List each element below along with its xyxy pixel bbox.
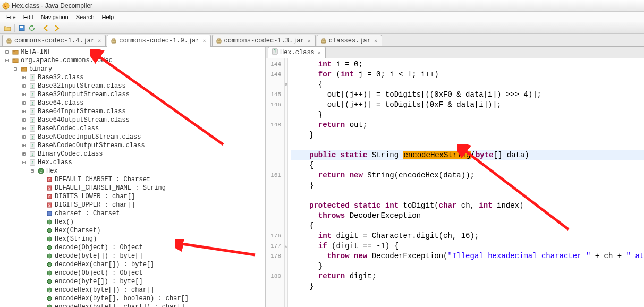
close-icon[interactable]: ✕ <box>317 49 322 56</box>
code-line[interactable]: { <box>291 160 644 170</box>
close-icon[interactable]: ✕ <box>373 38 378 44</box>
code-line[interactable]: } <box>291 261 644 271</box>
fold-marker[interactable] <box>285 150 287 160</box>
fold-marker[interactable] <box>285 261 287 271</box>
code-line[interactable]: } <box>291 282 644 292</box>
code-line[interactable] <box>291 140 644 150</box>
reload-icon[interactable] <box>28 24 36 32</box>
tree-twistie-icon[interactable]: ⊞ <box>21 125 27 132</box>
code-content[interactable]: int i = 0; for (int j = 0; i < l; i++) {… <box>288 58 644 307</box>
tree-item-digits-lower-char-[interactable]: SDIGITS_LOWER : char[] <box>2 192 265 201</box>
tree-item-hex-[interactable]: Hex() <box>2 218 265 226</box>
tree-item-encode-byte-byte-[interactable]: encode(byte[]) : byte[] <box>2 277 265 286</box>
tree-item-binary[interactable]: ⊟binary <box>2 65 265 73</box>
code-line[interactable]: return new String(encodeHex(data)); <box>291 170 644 181</box>
tab-classes-jar[interactable]: classes.jar✕ <box>317 35 382 46</box>
code-line[interactable]: return digit; <box>291 271 644 282</box>
close-icon[interactable]: ✕ <box>97 38 102 44</box>
tree-twistie-icon[interactable]: ⊞ <box>21 151 27 157</box>
tree-item-base32inputstream-class[interactable]: ⊞JBase32InputStream.class <box>2 82 265 90</box>
tree-item-decodehex-char-byte-[interactable]: sdecodeHex(char[]) : byte[] <box>2 260 265 269</box>
package-explorer[interactable]: ⊟META-INF⊟org.apache.commons.codec⊟binar… <box>0 47 266 307</box>
menu-help[interactable]: Help <box>99 13 117 21</box>
inner-tab-hex[interactable]: J Hex.class ✕ <box>268 47 326 58</box>
tree-item-encode-object-object[interactable]: encode(Object) : Object <box>2 269 265 277</box>
fold-marker[interactable]: ⊖ <box>285 80 287 90</box>
tree-item-basencodecinputstream-class[interactable]: ⊞JBaseNCodecInputStream.class <box>2 133 265 141</box>
tree-item-digits-upper-char-[interactable]: SDIGITS_UPPER : char[] <box>2 201 265 209</box>
code-line[interactable]: out[(j++)] = toDigits[(0xF & data[i])]; <box>291 100 644 110</box>
fold-marker[interactable] <box>285 110 287 120</box>
fold-marker[interactable] <box>285 201 287 211</box>
tree-item-decode-object-object[interactable]: decode(Object) : Object <box>2 243 265 252</box>
fold-marker[interactable] <box>285 140 287 150</box>
code-line[interactable]: if (digit == -1) { <box>291 241 644 251</box>
code-editor[interactable]: 144144145146148161176177178180 ⊖⊖ int i … <box>266 58 644 307</box>
code-line[interactable]: { <box>291 80 644 90</box>
code-line[interactable]: } <box>291 110 644 120</box>
tree-item-base32outputstream-class[interactable]: ⊞JBase32OutputStream.class <box>2 90 265 99</box>
code-line[interactable]: } <box>291 181 644 191</box>
menu-search[interactable]: Search <box>73 13 98 21</box>
tree-item-base32-class[interactable]: ⊞JBase32.class <box>2 73 265 82</box>
tree-twistie-icon[interactable]: ⊞ <box>21 142 27 149</box>
tree-item-base64inputstream-class[interactable]: ⊞JBase64InputStream.class <box>2 107 265 116</box>
code-line[interactable]: throws DecoderException <box>291 211 644 221</box>
tree-item-encodehex-byte-char-char-[interactable]: sencodeHex(byte[], char[]) : char[] <box>2 303 265 307</box>
code-line[interactable]: int digit = Character.digit(ch, 16); <box>291 231 644 241</box>
tree-twistie-icon[interactable]: ⊟ <box>4 57 10 64</box>
code-line[interactable]: return out; <box>291 120 644 130</box>
fold-marker[interactable] <box>285 59 287 70</box>
fold-marker[interactable] <box>285 211 287 221</box>
fold-marker[interactable] <box>285 251 287 261</box>
tree-item-hex-string-[interactable]: Hex(String) <box>2 235 265 243</box>
tree-item-basencodecoutputstream-class[interactable]: ⊞JBaseNCodecOutputStream.class <box>2 141 265 150</box>
tree-item-charset-charset[interactable]: charset : Charset <box>2 209 265 218</box>
fold-marker[interactable] <box>285 170 287 181</box>
tree-item-base64-class[interactable]: ⊞JBase64.class <box>2 99 265 107</box>
tree-twistie-icon[interactable]: ⊟ <box>21 159 27 166</box>
code-line[interactable]: for (int j = 0; i < l; i++) <box>291 70 644 80</box>
fold-marker[interactable] <box>285 282 287 292</box>
tree-item-encodehex-byte-char-[interactable]: sencodeHex(byte[]) : char[] <box>2 286 265 294</box>
close-icon[interactable]: ✕ <box>307 38 312 44</box>
tree-twistie-icon[interactable]: ⊞ <box>21 108 27 115</box>
tree-item-hex-charset-[interactable]: Hex(Charset) <box>2 226 265 235</box>
tab-commons-codec-1-3-jar[interactable]: commons-codec-1.3.jar✕ <box>212 35 316 46</box>
code-line[interactable] <box>291 191 644 201</box>
tree-item-hex-class[interactable]: ⊟JHex.class <box>2 158 265 167</box>
menu-file[interactable]: File <box>3 13 19 21</box>
tree-twistie-icon[interactable]: ⊟ <box>12 66 19 72</box>
code-line[interactable]: protected static int toDigit(char ch, in… <box>291 201 644 211</box>
forward-icon[interactable] <box>52 24 61 32</box>
fold-marker[interactable] <box>285 271 287 282</box>
tree-twistie-icon[interactable]: ⊞ <box>21 74 27 81</box>
fold-marker[interactable] <box>285 231 287 241</box>
tree-twistie-icon[interactable]: ⊟ <box>4 49 10 55</box>
tree-item-default-charset-charset[interactable]: SDEFAULT_CHARSET : Charset <box>2 175 265 184</box>
fold-marker[interactable] <box>285 130 287 140</box>
fold-marker[interactable] <box>285 70 287 80</box>
tree-item-org-apache-commons-codec[interactable]: ⊟org.apache.commons.codec <box>2 56 265 65</box>
fold-marker[interactable] <box>285 160 287 170</box>
fold-marker[interactable] <box>285 120 287 130</box>
code-line[interactable]: throw new DecoderException("Illegal hexa… <box>291 251 644 261</box>
fold-marker[interactable] <box>285 90 287 100</box>
tree-twistie-icon[interactable]: ⊟ <box>29 168 36 174</box>
tree-item-decode-byte-byte-[interactable]: decode(byte[]) : byte[] <box>2 252 265 260</box>
code-line[interactable]: } <box>291 130 644 140</box>
close-icon[interactable]: ✕ <box>202 38 207 44</box>
code-line[interactable]: out[(j++)] = toDigits[((0xF0 & data[i]) … <box>291 90 644 100</box>
tree-item-binarycodec-class[interactable]: ⊞JBinaryCodec.class <box>2 150 265 158</box>
tree-item-hex-type[interactable]: ⊟CHex <box>2 167 265 175</box>
fold-marker[interactable]: ⊖ <box>285 241 287 251</box>
tree-item-base64outputstream-class[interactable]: ⊞JBase64OutputStream.class <box>2 116 265 124</box>
code-line[interactable]: public static String encodeHexString(byt… <box>291 150 644 160</box>
tree-twistie-icon[interactable]: ⊞ <box>21 91 27 98</box>
tree-twistie-icon[interactable]: ⊞ <box>21 100 27 106</box>
fold-marker[interactable] <box>285 181 287 191</box>
tree-item-default-charset-name-string[interactable]: SDEFAULT_CHARSET_NAME : String <box>2 184 265 192</box>
tree-item-meta-inf[interactable]: ⊟META-INF <box>2 48 265 56</box>
menu-navigation[interactable]: Navigation <box>38 13 72 21</box>
tree-twistie-icon[interactable]: ⊞ <box>21 83 27 89</box>
